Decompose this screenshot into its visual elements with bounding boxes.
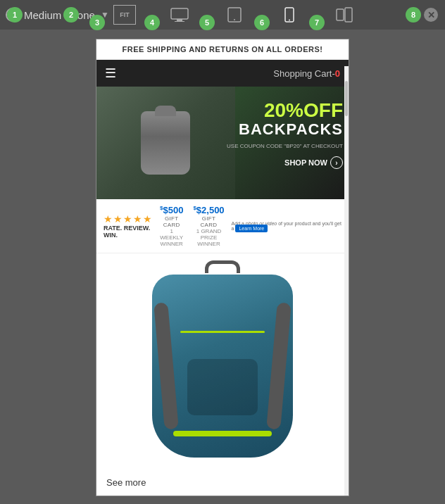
shop-now-button[interactable]: SHOP NOW ›: [227, 156, 343, 169]
gift-desc-1: Gift Card: [160, 215, 183, 228]
device-title: Medium Phone: [24, 9, 95, 21]
svg-point-6: [289, 20, 290, 21]
svg-rect-2: [175, 21, 184, 22]
inner-scrollbar-thumb: [345, 81, 348, 116]
tablet-icon-button[interactable]: [223, 5, 246, 25]
close-button[interactable]: ✕: [424, 8, 438, 22]
bonus-description: Add a photo or video of your product and…: [232, 221, 341, 231]
badge-1: 1: [7, 7, 23, 23]
backpack-shape: [141, 111, 190, 175]
bonus-area: Add a photo or video of your product and…: [232, 221, 341, 231]
rate-review-section: ★★★★★ RATE. REVIEW. WIN. $$500 Gift Card…: [96, 199, 349, 253]
badge-4: 4: [144, 15, 160, 30]
hero-text: 20%OFF BACKPACKS USE COUPON CODE "BP20" …: [227, 101, 343, 169]
hero-discount: 20%OFF: [227, 101, 343, 120]
gift-item-2: $$2,500 Gift Card 1 GRAND PRIZE WINNER: [193, 205, 224, 247]
cart-label[interactable]: Shopping Cart-0: [273, 68, 340, 79]
hamburger-menu[interactable]: ☰: [105, 65, 116, 81]
backpack-pocket: [187, 359, 258, 415]
backpack-accent: [173, 431, 272, 436]
svg-point-4: [234, 19, 235, 20]
shop-now-arrow-icon: ›: [330, 156, 343, 169]
badge-3: 3: [89, 15, 105, 30]
svg-rect-7: [337, 9, 344, 20]
fit-button[interactable]: FIT: [113, 5, 136, 25]
svg-rect-0: [171, 8, 188, 19]
desktop-icon-button[interactable]: [168, 5, 191, 25]
promo-banner: FREE SHIPPING AND RETURNS ON ALL ORDERS!: [96, 39, 349, 60]
stars-area: ★★★★★ RATE. REVIEW. WIN.: [104, 213, 153, 239]
gift-info: $$500 Gift Card 1 WEEKLY WINNER $$2,500 …: [160, 205, 225, 247]
svg-rect-1: [177, 19, 182, 21]
badge-2: 2: [63, 7, 79, 23]
gift-freq-1: 1 WEEKLY WINNER: [160, 228, 183, 247]
svg-rect-8: [345, 8, 352, 22]
inner-scrollbar[interactable]: [344, 66, 349, 496]
learn-more-button[interactable]: Learn More: [235, 225, 268, 232]
gift-amount-1: $$500: [160, 205, 183, 215]
see-more-link[interactable]: See more: [104, 477, 146, 488]
badge-6: 6: [254, 15, 270, 30]
gift-desc-2: Gift Card: [193, 215, 224, 228]
top-bar: i Medium Phone ▼ 1 2 3 FIT 4 5 6 7 8 ✕: [0, 0, 445, 30]
product-image: [138, 260, 307, 472]
device-toolbar: 3 FIT 4 5 6 7: [89, 0, 356, 30]
stars-display: ★★★★★: [104, 213, 153, 225]
backpack-handle: [205, 260, 240, 273]
badge-7: 7: [309, 15, 325, 30]
gift-item-1: $$500 Gift Card 1 WEEKLY WINNER: [160, 205, 183, 247]
badge-5: 5: [199, 15, 215, 30]
rate-label: RATE. REVIEW. WIN.: [104, 225, 153, 239]
hero-product: BACKPACKS: [227, 120, 343, 139]
nav-bar: ☰ Shopping Cart-0: [96, 60, 349, 87]
hero-banner[interactable]: 20%OFF BACKPACKS USE COUPON CODE "BP20" …: [96, 87, 349, 199]
gift-freq-2: 1 GRAND PRIZE WINNER: [193, 228, 224, 247]
hero-coupon: USE COUPON CODE "BP20" AT CHECKOUT: [227, 143, 343, 149]
hero-backpack-image: [96, 87, 235, 199]
badge-8: 8: [406, 7, 421, 23]
phone-frame: FREE SHIPPING AND RETURNS ON ALL ORDERS!…: [96, 39, 349, 496]
product-area: See more: [96, 253, 349, 496]
gift-amount-2: $$2,500: [193, 205, 224, 215]
phone-icon-button[interactable]: [278, 5, 301, 25]
split-icon-button[interactable]: [333, 5, 356, 25]
backpack-zipper: [180, 331, 265, 333]
